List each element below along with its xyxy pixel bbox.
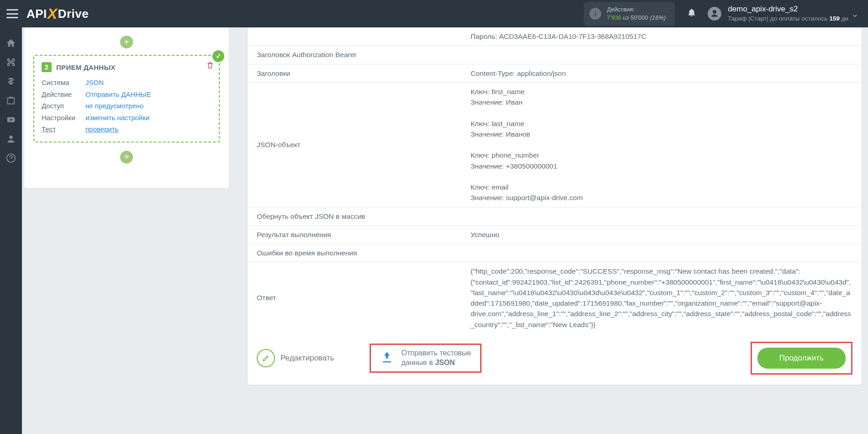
logo-x-icon: X (48, 5, 58, 22)
logo-drive: Drive (58, 7, 89, 21)
user-plan: Тариф |Старт| до оплаты осталось 159 дн (728, 15, 848, 23)
user-name: demo_apix-drive_s2 (728, 4, 848, 15)
chevron-down-icon[interactable]: ⌄ (848, 8, 862, 19)
actions-label: Действия: (607, 5, 666, 14)
actions-numbers: 7'936 из 50'000 (16%) (607, 14, 666, 22)
notifications-icon[interactable] (687, 7, 697, 20)
user-block[interactable]: demo_apix-drive_s2 Тариф |Старт| до опла… (728, 4, 848, 23)
app-logo[interactable]: API X Drive (26, 5, 89, 22)
top-bar: API X Drive i Действия: 7'936 из 50'000 … (0, 0, 868, 27)
actions-counter[interactable]: i Действия: 7'936 из 50'000 (16%) (584, 2, 675, 25)
info-icon: i (589, 8, 601, 20)
menu-toggle-button[interactable] (6, 9, 18, 18)
logo-api: API (26, 7, 47, 21)
user-avatar-icon[interactable] (708, 7, 721, 21)
